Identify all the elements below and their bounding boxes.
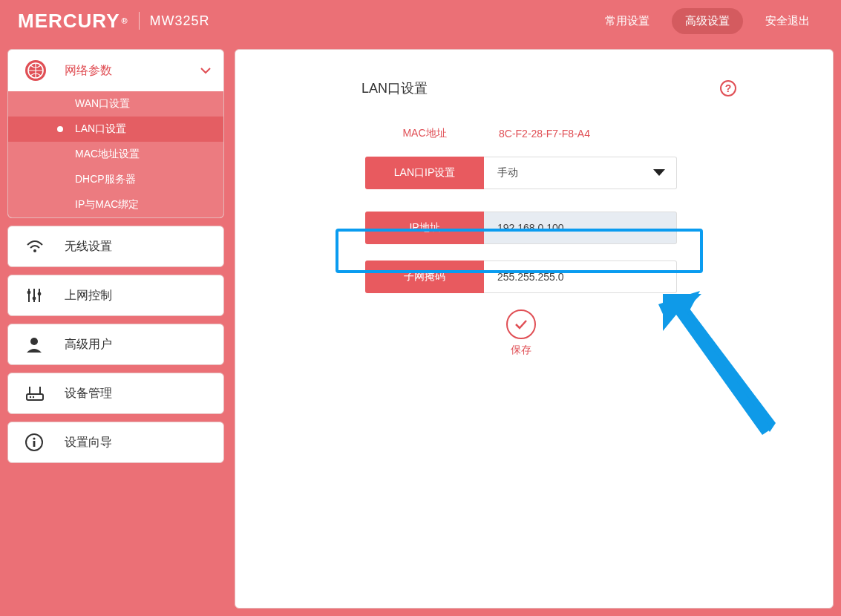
sidebar-item-device-mgmt[interactable]: 设备管理 (7, 373, 224, 414)
annotation-arrow (658, 291, 785, 439)
sidebar-sub-mac[interactable]: MAC地址设置 (8, 142, 223, 167)
svg-marker-21 (663, 294, 771, 435)
network-submenu: WAN口设置 LAN口设置 MAC地址设置 DHCP服务器 IP与MAC绑定 (8, 91, 223, 217)
nav-common-settings[interactable]: 常用设置 (592, 8, 663, 34)
svg-point-13 (30, 396, 31, 398)
save-label: 保存 (365, 344, 677, 357)
top-nav: 常用设置 高级设置 安全退出 (592, 8, 823, 34)
lan-ip-setting-label: LAN口IP设置 (365, 157, 484, 189)
sidebar-item-label: 设置向导 (65, 435, 112, 450)
sidebar-sub-lan[interactable]: LAN口设置 (8, 117, 223, 142)
sidebar-sub-dhcp[interactable]: DHCP服务器 (8, 167, 223, 192)
lan-ip-setting-value: 手动 (497, 166, 518, 180)
wifi-icon (24, 236, 51, 257)
sliders-icon (24, 286, 51, 305)
subnet-input-wrap (484, 261, 677, 293)
check-icon (506, 309, 536, 339)
svg-point-8 (38, 292, 42, 296)
lan-form: MAC地址 8C-F2-28-F7-F8-A4 LAN口IP设置 手动 IP地址 (365, 127, 677, 357)
svg-point-7 (33, 297, 36, 301)
sidebar-item-label: 高级用户 (65, 337, 112, 353)
sidebar-section-network: 网络参数 WAN口设置 LAN口设置 MAC地址设置 DHCP服务器 IP与MA… (7, 49, 224, 218)
sidebar-item-label: 无线设置 (65, 239, 112, 255)
svg-point-2 (33, 249, 36, 252)
help-icon[interactable]: ? (720, 80, 736, 96)
ip-address-input[interactable] (497, 222, 663, 234)
subnet-label: 子网掩码 (365, 261, 484, 293)
brand-text: MERCURY (18, 10, 120, 33)
globe-icon (24, 59, 51, 82)
ip-address-input-wrap (484, 212, 677, 244)
model-text: MW325R (150, 13, 210, 29)
sidebar-item-access-control[interactable]: 上网控制 (7, 275, 224, 316)
sidebar-item-wireless[interactable]: 无线设置 (7, 226, 224, 267)
sidebar-item-advanced-user[interactable]: 高级用户 (7, 324, 224, 365)
svg-marker-18 (672, 297, 776, 432)
save-button[interactable]: 保存 (365, 309, 677, 357)
mac-row: MAC地址 8C-F2-28-F7-F8-A4 (365, 127, 677, 140)
sidebar-item-network[interactable]: 网络参数 (8, 50, 223, 91)
mac-value: 8C-F2-28-F7-F8-A4 (484, 128, 590, 140)
mac-label: MAC地址 (365, 127, 484, 140)
lan-ip-setting-select[interactable]: 手动 (484, 157, 677, 189)
main-panel: LAN口设置 ? MAC地址 8C-F2-28-F7-F8-A4 LAN口IP设… (235, 49, 834, 609)
ip-address-label: IP地址 (365, 212, 484, 244)
sidebar-item-label: 网络参数 (65, 63, 198, 79)
sidebar-sub-wan[interactable]: WAN口设置 (8, 91, 223, 117)
registered-mark: ® (121, 16, 128, 25)
sidebar: 网络参数 WAN口设置 LAN口设置 MAC地址设置 DHCP服务器 IP与MA… (7, 49, 224, 609)
sidebar-item-label: 设备管理 (65, 386, 112, 402)
brand-logo: MERCURY® (18, 10, 128, 33)
svg-point-9 (30, 338, 38, 345)
header-bar: MERCURY® MW325R 常用设置 高级设置 安全退出 (0, 0, 841, 42)
svg-point-14 (33, 396, 34, 398)
info-icon (24, 433, 51, 452)
svg-point-6 (27, 291, 31, 295)
subnet-input[interactable] (497, 271, 663, 283)
header-divider (139, 12, 140, 30)
user-icon (24, 335, 51, 354)
svg-rect-17 (33, 441, 36, 447)
nav-logout[interactable]: 安全退出 (752, 8, 823, 34)
chevron-down-icon (198, 63, 213, 78)
caret-down-icon (652, 168, 666, 177)
router-icon (24, 384, 51, 403)
ip-address-field: IP地址 (365, 212, 677, 244)
lan-ip-setting-field: LAN口IP设置 手动 (365, 157, 677, 189)
nav-advanced-settings[interactable]: 高级设置 (672, 8, 743, 34)
svg-point-16 (33, 437, 35, 439)
sidebar-item-label: 上网控制 (65, 288, 112, 304)
svg-marker-20 (681, 291, 700, 313)
sidebar-item-wizard[interactable]: 设置向导 (7, 422, 224, 463)
sidebar-sub-ipmac[interactable]: IP与MAC绑定 (8, 192, 223, 217)
page-title: LAN口设置 (361, 79, 428, 97)
svg-rect-12 (27, 394, 43, 400)
subnet-field: 子网掩码 (365, 261, 677, 293)
